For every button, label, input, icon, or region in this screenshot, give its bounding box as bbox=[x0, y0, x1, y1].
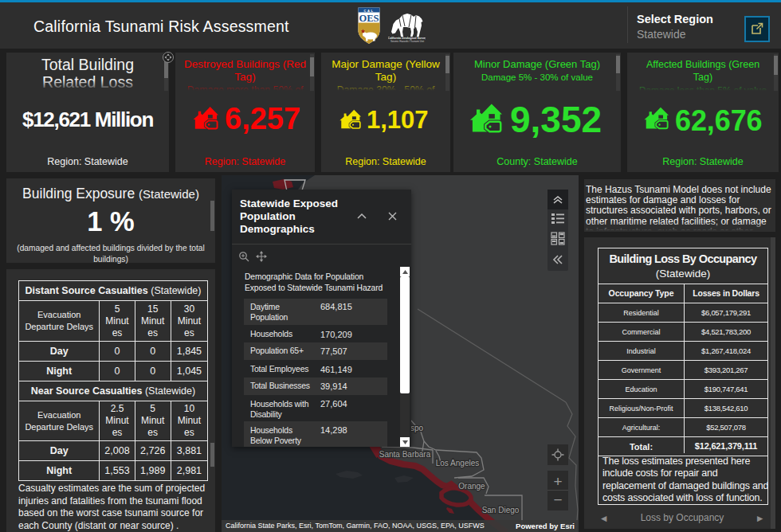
svg-text:San Diego: San Diego bbox=[482, 506, 520, 514]
svg-text:Seismic Hazards | Tsunami Unit: Seismic Hazards | Tsunami Unit bbox=[390, 40, 424, 42]
svg-text:Orange: Orange bbox=[458, 482, 485, 491]
svg-text:OES: OES bbox=[359, 13, 379, 24]
svg-text:spo: spo bbox=[410, 424, 424, 432]
svg-text:Los Angeles: Los Angeles bbox=[436, 459, 480, 467]
svg-text:Santa Barbara: Santa Barbara bbox=[379, 450, 431, 459]
